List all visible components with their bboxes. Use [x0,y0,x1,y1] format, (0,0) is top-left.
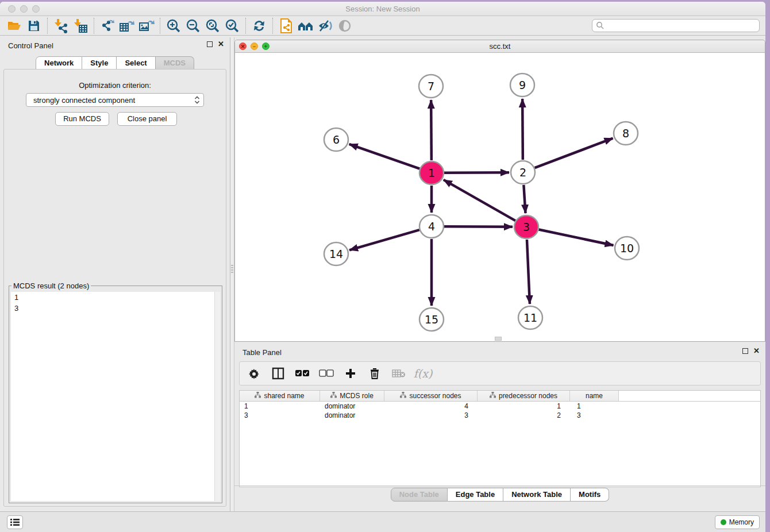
open-folder-icon[interactable] [5,17,24,34]
graph-node-6[interactable]: 6 [324,128,348,151]
zoom-out-icon[interactable] [183,17,203,34]
network-canvas[interactable]: 7968124314101511 [235,53,765,341]
function-builder-icon[interactable]: f(x) [415,366,430,381]
import-network-icon[interactable] [51,17,71,34]
task-history-button[interactable] [7,515,23,529]
tab-network-table[interactable]: Network Table [503,488,571,502]
graph-node-9[interactable]: 9 [510,74,534,97]
cell-MCDS-role[interactable]: dominator [320,411,384,420]
save-icon[interactable] [24,17,44,34]
appearance-icon[interactable] [335,17,355,34]
cell-successor-nodes[interactable]: 4 [384,402,478,411]
graph-node-2[interactable]: 2 [511,161,535,184]
export-image-icon[interactable] [137,17,156,34]
graph-node-10[interactable]: 10 [615,237,639,260]
table-row[interactable]: 1dominator411 [240,402,760,411]
copy-network-icon[interactable] [276,17,296,34]
export-network-icon[interactable] [98,17,117,34]
minimize-network-button[interactable]: − [251,43,258,50]
memory-button[interactable]: Memory [715,515,760,529]
float-table-panel-icon[interactable] [742,348,748,354]
refresh-layout-icon[interactable] [249,17,269,34]
edge-3-10[interactable] [539,230,614,245]
cell-predecessor-nodes[interactable]: 1 [478,402,570,411]
tab-motifs[interactable]: Motifs [571,488,609,502]
edge-2-3[interactable] [523,185,525,213]
graph-node-4[interactable]: 4 [419,215,444,238]
delete-table-icon[interactable] [391,366,406,381]
delete-icon[interactable] [367,366,382,381]
maximize-window-button[interactable] [32,5,40,13]
graph-node-14[interactable]: 14 [324,242,348,265]
close-table-panel-icon[interactable]: ✕ [753,348,760,354]
cell-shared-name[interactable]: 1 [240,402,320,411]
panel-splitter[interactable] [230,37,234,511]
memory-label: Memory [729,518,754,526]
zoom-fit-icon[interactable] [203,17,222,34]
cell-name[interactable]: 3 [570,411,619,420]
edge-4-14[interactable] [349,230,419,250]
edge-4-3[interactable] [444,226,513,227]
close-panel-icon[interactable]: ✕ [218,41,224,47]
column-header-predecessor-nodes[interactable]: predecessor nodes [478,391,570,401]
float-panel-icon[interactable] [207,41,213,47]
mcds-result-list[interactable]: 13 [11,292,220,501]
tab-mcds[interactable]: MCDS [156,56,194,70]
application-window: Session: New Session [0,2,765,532]
tab-edge-table[interactable]: Edge Table [448,488,503,502]
table-panel: Table Panel ✕ [234,344,765,511]
canvas-splitter-grip[interactable] [495,337,502,341]
edge-1-7[interactable] [431,100,432,160]
edge-3-1[interactable] [444,180,515,221]
table-row[interactable]: 3dominator323 [240,411,760,420]
edge-2-8[interactable] [535,138,613,168]
edge-1-6[interactable] [349,144,420,169]
zoom-network-button[interactable]: + [262,43,270,50]
deselect-all-icon[interactable] [319,366,334,381]
graph-node-3[interactable]: 3 [514,215,538,238]
cell-MCDS-role[interactable]: dominator [320,402,384,411]
tab-style[interactable]: Style [82,56,117,70]
control-panel: Control Panel ✕ NetworkStyleSelectMCDS O… [0,37,230,511]
tab-node-table[interactable]: Node Table [391,488,448,502]
cell-name[interactable]: 1 [570,402,619,411]
graph-node-7[interactable]: 7 [419,75,443,98]
tab-network[interactable]: Network [36,56,82,70]
network-graph[interactable]: 7968124314101511 [235,53,765,341]
cell-successor-nodes[interactable]: 3 [384,411,478,420]
zoom-in-icon[interactable] [164,17,183,34]
search-field[interactable] [592,19,760,32]
column-header-MCDS-role[interactable]: MCDS role [320,391,384,401]
minimize-window-button[interactable] [20,5,28,13]
optimization-criterion-dropdown[interactable]: strongly connected component [26,93,204,107]
export-table-icon[interactable] [117,17,137,34]
graph-node-1[interactable]: 1 [419,161,444,184]
column-header-successor-nodes[interactable]: successor nodes [384,391,478,401]
result-scrollbar[interactable] [214,292,220,501]
close-window-button[interactable] [8,5,16,13]
edge-2-9[interactable] [522,99,523,160]
import-table-icon[interactable] [71,17,90,34]
graph-node-11[interactable]: 11 [518,306,542,329]
graph-node-8[interactable]: 8 [614,122,638,145]
add-column-icon[interactable] [343,366,358,381]
graph-node-15[interactable]: 15 [419,308,444,331]
close-panel-button[interactable]: Close panel [117,112,177,126]
tab-select[interactable]: Select [117,56,155,70]
zoom-selected-icon[interactable] [222,17,242,34]
close-network-button[interactable]: ✕ [239,43,247,50]
run-mcds-button[interactable]: Run MCDS [55,112,109,126]
cell-predecessor-nodes[interactable]: 2 [478,411,570,420]
edge-3-11[interactable] [527,240,530,304]
first-neighbors-icon[interactable] [296,17,315,34]
edge-1-2[interactable] [444,172,509,173]
column-layout-icon[interactable] [271,366,286,381]
select-all-icon[interactable] [295,366,310,381]
hide-unhide-icon[interactable] [315,17,335,34]
column-header-shared-name[interactable]: shared name [240,391,320,401]
column-header-name[interactable]: name [570,391,619,401]
search-input[interactable] [605,20,759,31]
gear-icon[interactable] [247,366,261,381]
cell-shared-name[interactable]: 3 [240,411,320,420]
toolbar-separator [160,18,160,34]
